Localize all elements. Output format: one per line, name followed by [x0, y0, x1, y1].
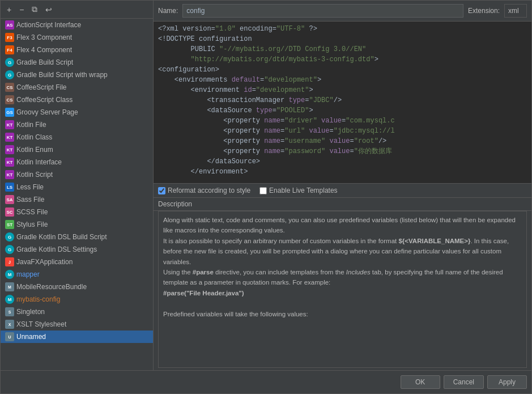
- file-icon: G: [5, 245, 14, 254]
- list-item[interactable]: KTKotlin Interface: [1, 156, 153, 168]
- file-item-label: Less File: [16, 183, 44, 191]
- list-item[interactable]: CSCoffeeScript File: [1, 81, 153, 94]
- description-content: Along with static text, code and comment…: [158, 211, 527, 368]
- file-item-label: ActionScript Interface: [16, 21, 81, 29]
- reformat-checkbox[interactable]: [158, 187, 165, 194]
- remove-button[interactable]: −: [16, 3, 27, 16]
- list-item[interactable]: GGradle Build Script: [1, 56, 153, 69]
- apply-button[interactable]: Apply: [487, 375, 527, 389]
- dialog-body: + − ⧉ ↩ ASActionScript InterfaceF3Flex 3…: [1, 1, 531, 370]
- file-item-label: Singleton: [16, 308, 45, 316]
- file-item-label: Gradle Kotlin DSL Settings: [16, 245, 97, 253]
- file-item-label: CoffeeScript Class: [16, 96, 73, 104]
- list-item[interactable]: JJavaFXApplication: [1, 256, 153, 268]
- list-item[interactable]: SSingleton: [1, 306, 153, 318]
- file-icon: G: [5, 58, 14, 67]
- file-icon: KT: [5, 145, 14, 154]
- list-item[interactable]: KTKotlin File: [1, 118, 153, 131]
- list-item[interactable]: MMobileResourceBundle: [1, 281, 153, 293]
- file-icon: M: [5, 282, 14, 291]
- left-toolbar: + − ⧉ ↩: [1, 1, 153, 19]
- file-item-label: Gradle Build Script: [16, 58, 73, 66]
- file-item-label: XSLT Stylesheet: [16, 320, 66, 328]
- list-item[interactable]: SASass File: [1, 193, 153, 206]
- file-item-label: CoffeeScript File: [16, 83, 66, 91]
- reformat-group: Reformat according to style: [158, 187, 250, 194]
- file-item-label: Groovy Server Page: [16, 108, 78, 116]
- add-button[interactable]: +: [4, 3, 14, 16]
- file-icon: U: [5, 332, 14, 341]
- bottom-buttons: OK Cancel Apply: [1, 370, 531, 393]
- file-icon: M: [5, 270, 14, 279]
- file-icon: J: [5, 257, 14, 266]
- left-panel: + − ⧉ ↩ ASActionScript InterfaceF3Flex 3…: [1, 1, 154, 370]
- list-item[interactable]: LSLess File: [1, 181, 153, 193]
- list-item[interactable]: Mmapper: [1, 268, 153, 281]
- extension-value: xml: [504, 4, 527, 18]
- list-item[interactable]: SCSCSS File: [1, 206, 153, 218]
- live-templates-label: Enable Live Templates: [269, 187, 338, 194]
- ok-button[interactable]: OK: [401, 375, 440, 389]
- list-item[interactable]: KTKotlin Class: [1, 131, 153, 143]
- list-item[interactable]: GGradle Kotlin DSL Settings: [1, 243, 153, 256]
- list-item[interactable]: UUnnamed: [1, 331, 153, 343]
- file-item-label: MobileResourceBundle: [16, 283, 87, 291]
- file-item-label: SCSS File: [16, 208, 48, 216]
- list-item[interactable]: KTKotlin Script: [1, 168, 153, 181]
- description-section: Description: [154, 198, 531, 211]
- list-item[interactable]: F3Flex 3 Component: [1, 31, 153, 44]
- list-item[interactable]: CSCoffeeScript Class: [1, 94, 153, 106]
- file-item-label: Unnamed: [16, 333, 46, 341]
- file-icon: X: [5, 320, 14, 329]
- file-item-label: Stylus File: [16, 221, 48, 228]
- file-item-label: mapper: [16, 270, 40, 278]
- list-item[interactable]: GSGroovy Server Page: [1, 106, 153, 118]
- file-list: ASActionScript InterfaceF3Flex 3 Compone…: [1, 19, 153, 370]
- file-icon: SC: [5, 207, 14, 217]
- cancel-button[interactable]: Cancel: [444, 375, 484, 389]
- file-icon: KT: [5, 170, 14, 179]
- file-item-label: Kotlin Enum: [16, 146, 53, 154]
- file-icon: G: [5, 70, 14, 79]
- list-item[interactable]: STStylus File: [1, 218, 153, 231]
- dialog: + − ⧉ ↩ ASActionScript InterfaceF3Flex 3…: [0, 0, 532, 394]
- live-templates-checkbox[interactable]: [259, 187, 267, 194]
- file-item-label: Flex 4 Component: [16, 46, 72, 54]
- list-item[interactable]: ASActionScript Interface: [1, 19, 153, 31]
- list-item[interactable]: GGradle Build Script with wrapp: [1, 69, 153, 81]
- undo-button[interactable]: ↩: [42, 3, 55, 16]
- file-icon: LS: [5, 183, 14, 192]
- file-icon: AS: [5, 20, 14, 29]
- file-icon: S: [5, 307, 14, 316]
- file-icon: F3: [5, 33, 14, 42]
- extension-label: Extension:: [468, 7, 500, 15]
- name-input[interactable]: [182, 4, 463, 18]
- list-item[interactable]: GGradle Kotlin DSL Build Script: [1, 231, 153, 243]
- file-item-label: mybatis-config: [16, 295, 60, 303]
- list-item[interactable]: KTKotlin Enum: [1, 143, 153, 156]
- file-icon: M: [5, 295, 14, 304]
- code-editor[interactable]: <?xml version="1.0" encoding="UTF-8" ?> …: [154, 22, 531, 183]
- name-row: Name: Extension: xml: [154, 1, 531, 22]
- list-item[interactable]: Mmybatis-config: [1, 293, 153, 306]
- file-icon: F4: [5, 45, 14, 54]
- file-item-label: JavaFXApplication: [16, 258, 73, 266]
- live-templates-group: Enable Live Templates: [259, 187, 338, 194]
- list-item[interactable]: F4Flex 4 Component: [1, 44, 153, 56]
- list-item[interactable]: XXSLT Stylesheet: [1, 318, 153, 331]
- file-icon: CS: [5, 95, 14, 104]
- file-icon: G: [5, 232, 14, 242]
- file-item-label: Flex 3 Component: [16, 33, 72, 41]
- file-icon: KT: [5, 158, 14, 167]
- options-bar: Reformat according to style Enable Live …: [154, 183, 531, 198]
- right-panel: Name: Extension: xml <?xml version="1.0"…: [154, 1, 531, 370]
- file-item-label: Sass File: [16, 196, 44, 204]
- file-item-label: Gradle Kotlin DSL Build Script: [16, 233, 107, 241]
- copy-button[interactable]: ⧉: [29, 3, 40, 16]
- file-item-label: Kotlin Class: [16, 133, 52, 141]
- file-icon: SA: [5, 195, 14, 204]
- description-label: Description: [158, 200, 192, 208]
- file-item-label: Kotlin Interface: [16, 158, 62, 166]
- file-item-label: Gradle Build Script with wrapp: [16, 71, 108, 79]
- reformat-label: Reformat according to style: [168, 187, 250, 194]
